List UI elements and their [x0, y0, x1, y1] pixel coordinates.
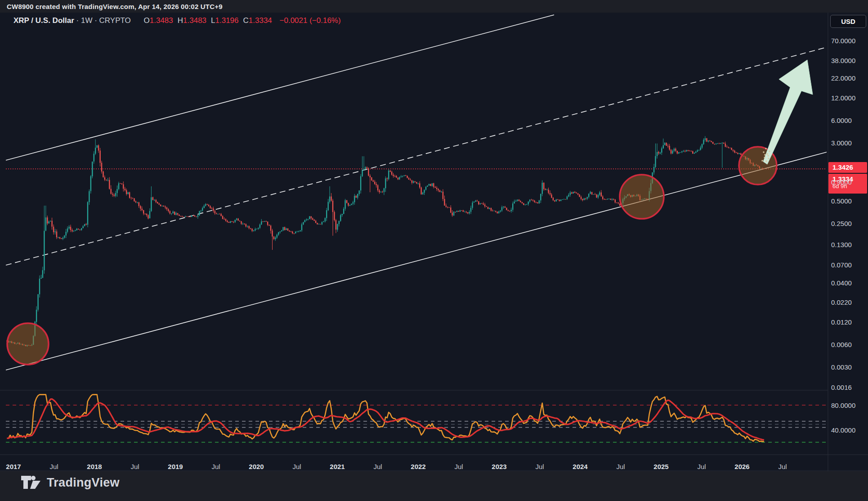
- indicator-tick-label: 80.0000: [831, 402, 855, 409]
- arrow-tail-dot: [763, 151, 765, 153]
- price-tick-label: 0.0120: [831, 318, 852, 325]
- price-tick-label: 6.0000: [831, 116, 852, 124]
- ohlc-key-O: O: [144, 16, 150, 25]
- price-tick-label: 0.5000: [831, 197, 852, 204]
- rsi-indicator-pane[interactable]: [6, 395, 827, 442]
- time-axis-month-label[interactable]: Jul: [49, 463, 58, 470]
- time-axis-year-label[interactable]: 2025: [653, 463, 668, 470]
- tradingview-logo-icon: [21, 475, 41, 490]
- time-axis-month-label[interactable]: Jul: [292, 463, 301, 470]
- price-tick-label: 3.0000: [831, 139, 852, 146]
- time-axis-month-label[interactable]: Jul: [211, 463, 220, 470]
- ohlc-key-H: H: [178, 16, 183, 25]
- time-axis-month-label[interactable]: Jul: [130, 463, 139, 470]
- price-tick-label: 0.0030: [831, 363, 852, 370]
- time-axis-year-label[interactable]: 2020: [249, 463, 264, 470]
- time-axis-year-label[interactable]: 2017: [6, 463, 21, 470]
- legend-separator-1: ·: [76, 16, 79, 25]
- time-axis-month-label[interactable]: Jul: [373, 463, 382, 470]
- candle-bodies-down: [6, 138, 765, 346]
- highlight-circle-annotation[interactable]: [7, 323, 49, 365]
- arrow-tail-dot: [766, 153, 768, 155]
- arrow-tail-dot: [764, 154, 766, 156]
- tradingview-logo-text: TradingView: [47, 476, 120, 490]
- price-tick-label: 0.0060: [831, 340, 852, 348]
- price-tick-label: 0.2500: [831, 219, 852, 227]
- price-pane[interactable]: [6, 15, 827, 370]
- time-axis-month-label[interactable]: Jul: [778, 463, 787, 470]
- currency-toggle-button[interactable]: USD: [830, 15, 866, 28]
- time-axis-month-label[interactable]: Jul: [535, 463, 544, 470]
- alert-price-value: 1.3426: [832, 163, 853, 171]
- rsi-fast-line: [7, 395, 764, 442]
- ohlc-values: O1.3483H1.3483L1.3196C1.3334: [139, 16, 272, 25]
- chart-widget[interactable]: XRP / U.S. Dollar · 1W · CRYPTO O1.3483H…: [0, 13, 868, 471]
- time-axis-year-label[interactable]: 2021: [330, 463, 345, 470]
- time-axis-year-label[interactable]: 2024: [573, 463, 587, 470]
- legend-separator-2: ·: [94, 16, 97, 25]
- time-axis-year-label[interactable]: 2018: [87, 463, 102, 470]
- time-axis-year-label[interactable]: 2022: [411, 463, 425, 470]
- arrow-tail-dot: [767, 155, 769, 157]
- arrow-tail-dot: [769, 150, 770, 152]
- price-tick-label: 0.9000: [831, 178, 852, 185]
- interval-label[interactable]: 1W: [81, 16, 93, 25]
- ohlc-value-C: 1.3334: [249, 16, 272, 25]
- price-tick-label: 70.0000: [831, 36, 855, 44]
- ohlc-value-L: 1.3196: [215, 16, 239, 25]
- arrow-tail-dot: [768, 158, 770, 159]
- arrow-tail-dot: [765, 148, 767, 149]
- alert-price-label: 1.3426: [828, 162, 867, 173]
- price-tick-label: 0.0700: [831, 261, 852, 268]
- chart-legend[interactable]: XRP / U.S. Dollar · 1W · CRYPTO O1.3483H…: [13, 16, 341, 25]
- arrow-tail-dot: [761, 160, 763, 162]
- time-axis-month-label[interactable]: Jul: [454, 463, 463, 470]
- ohlc-key-L: L: [211, 16, 215, 25]
- time-axis-year-label[interactable]: 2023: [492, 463, 506, 470]
- trend-channel-lower-solid[interactable]: [6, 152, 827, 370]
- arrow-tail-dot: [765, 160, 767, 162]
- ohlc-value-O: 1.3483: [150, 16, 173, 25]
- trend-channel-mid-dashed[interactable]: [6, 47, 827, 265]
- change-value: −0.0021 (−0.16%): [280, 16, 341, 25]
- candle-wicks-up: [10, 136, 761, 347]
- indicator-tick-label: 40.0000: [831, 426, 855, 434]
- price-tick-label: 12.0000: [831, 94, 855, 101]
- exchange-label: CRYPTO: [99, 16, 131, 25]
- trend-channel-upper-solid[interactable]: [6, 15, 554, 160]
- symbol-title[interactable]: XRP / U.S. Dollar: [13, 16, 74, 25]
- bullish-arrow-annotation[interactable]: [763, 60, 813, 164]
- time-axis-year-label[interactable]: 2019: [168, 463, 183, 470]
- price-tick-label: 22.0000: [831, 74, 855, 82]
- price-tick-label: 38.0000: [831, 56, 855, 64]
- tradingview-screenshot: CW8900 created with TradingView.com, Apr…: [0, 0, 868, 501]
- highlight-circle-annotation[interactable]: [620, 175, 664, 219]
- time-axis-year-label[interactable]: 2026: [734, 463, 749, 470]
- candle-bodies-up: [9, 138, 761, 346]
- price-tick-label: 0.0400: [831, 279, 852, 287]
- arrow-tail-dot: [764, 157, 765, 158]
- time-axis-month-label[interactable]: Jul: [697, 463, 706, 470]
- price-tick-label: 0.0016: [831, 384, 852, 391]
- price-tick-label: 0.1300: [831, 241, 852, 248]
- ohlc-value-H: 1.3483: [183, 16, 206, 25]
- price-tick-label: 0.0220: [831, 298, 852, 306]
- time-axis-month-label[interactable]: Jul: [616, 463, 625, 470]
- attribution-text: CW8900 created with TradingView.com, Apr…: [7, 3, 223, 10]
- chart-canvas[interactable]: [0, 13, 868, 471]
- ohlc-key-C: C: [243, 16, 249, 25]
- tradingview-logo[interactable]: TradingView: [21, 475, 120, 490]
